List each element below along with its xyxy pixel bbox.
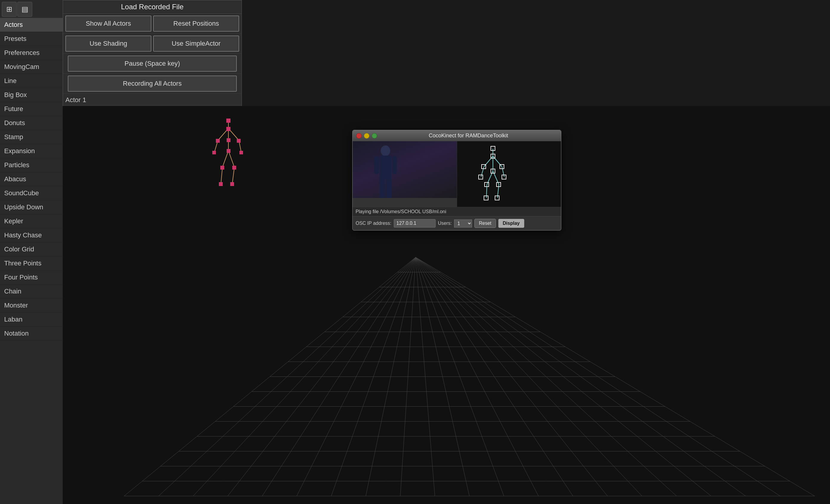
sidebar-item-donuts[interactable]: Donuts	[0, 116, 63, 130]
panel-row-recording: Recording All Actors	[63, 74, 242, 94]
panel-title: Load Recorded File	[63, 0, 242, 14]
users-select[interactable]: 1 2	[454, 219, 472, 227]
sidebar-item-colorgrid[interactable]: Color Grid	[0, 243, 63, 256]
svg-rect-21	[219, 182, 223, 186]
svg-rect-16	[237, 139, 241, 143]
maximize-traffic-light[interactable]	[372, 133, 377, 138]
sidebar-item-laban[interactable]: Laban	[0, 313, 63, 327]
svg-rect-18	[227, 149, 230, 153]
svg-rect-48	[484, 196, 488, 200]
svg-line-11	[232, 167, 234, 184]
minimize-traffic-light[interactable]	[364, 133, 369, 138]
svg-rect-19	[220, 166, 224, 169]
svg-rect-27	[374, 156, 379, 174]
svg-rect-20	[232, 166, 236, 169]
svg-line-32	[484, 156, 493, 167]
svg-line-10	[221, 167, 222, 184]
reset-positions-button[interactable]: Reset Positions	[153, 15, 239, 32]
coco-display-button[interactable]: Display	[498, 219, 524, 228]
coco-titlebar: CocoKinect for RAMDanceToolkit	[353, 130, 561, 141]
coco-skeleton	[475, 143, 511, 206]
svg-rect-29	[380, 179, 385, 200]
sidebar-item-preferences[interactable]: Preferences	[0, 46, 63, 60]
svg-rect-17	[227, 138, 230, 142]
coco-video-area	[353, 141, 561, 207]
svg-rect-30	[386, 179, 391, 200]
sidebar-item-movingcam[interactable]: MovingCam	[0, 60, 63, 74]
sidebar-item-notation[interactable]: Notation	[0, 327, 63, 341]
show-all-actors-button[interactable]: Show All Actors	[65, 15, 151, 32]
coco-status-bar: Playing file /Volumes/SCHOOL USB/ml.oni	[353, 207, 561, 216]
sidebar-icon-btn-1[interactable]: ⊞	[2, 2, 17, 17]
coco-video-right	[457, 141, 561, 207]
sidebar-item-line[interactable]: Line	[0, 74, 63, 88]
panel-row-shading-buttons: Use Shading Use SimpleActor	[63, 34, 242, 54]
close-traffic-light[interactable]	[356, 133, 361, 138]
video-bg	[353, 141, 457, 207]
sidebar-item-hastychase[interactable]: Hasty Chase	[0, 228, 63, 243]
sidebar-item-expansion[interactable]: Expansion	[0, 144, 63, 158]
coco-controls-bar: OSC IP address: Users: 1 2 Reset Display	[353, 216, 561, 230]
sidebar-item-presets[interactable]: Presets	[0, 32, 63, 46]
sidebar-item-upsidedown[interactable]: Upside Down	[0, 200, 63, 214]
svg-line-8	[222, 151, 228, 167]
coco-kinect-window: CocoKinect for RAMDanceToolkit	[352, 130, 561, 230]
svg-rect-23	[212, 151, 216, 154]
recording-all-button[interactable]: Recording All Actors	[68, 75, 237, 92]
actor-skeleton	[206, 118, 254, 195]
coco-window-title: CocoKinect for RAMDanceToolkit	[380, 132, 557, 139]
sidebar-item-soundcube[interactable]: SoundCube	[0, 186, 63, 200]
coco-reset-button[interactable]: Reset	[474, 219, 496, 228]
sidebar-item-bigbox[interactable]: Big Box	[0, 88, 63, 102]
sidebar-item-threepoints[interactable]: Three Points	[0, 256, 63, 271]
sidebar: ⊞ ▤ Actors Presets Preferences MovingCam…	[0, 0, 63, 504]
sidebar-item-kepler[interactable]: Kepler	[0, 214, 63, 228]
list-icon: ▤	[22, 5, 28, 13]
svg-rect-50	[479, 175, 483, 179]
sidebar-item-chain[interactable]: Chain	[0, 285, 63, 298]
person-silhouette	[371, 144, 401, 204]
viewport[interactable]: CocoKinect for RAMDanceToolkit	[63, 106, 830, 504]
svg-rect-3	[226, 119, 230, 123]
svg-rect-14	[226, 127, 230, 131]
sidebar-item-future[interactable]: Future	[0, 102, 63, 116]
skeleton-figure	[206, 118, 254, 196]
panel-row-pause: Pause (Space key)	[63, 54, 242, 74]
sidebar-nav: Actors Presets Preferences MovingCam Lin…	[0, 18, 63, 504]
sidebar-item-monster[interactable]: Monster	[0, 298, 63, 313]
sidebar-item-actors[interactable]: Actors	[0, 18, 63, 32]
svg-point-25	[381, 146, 390, 156]
use-simple-actor-button[interactable]: Use SimpleActor	[153, 35, 239, 52]
pause-button[interactable]: Pause (Space key)	[68, 56, 237, 72]
coco-video-left	[353, 141, 457, 207]
sidebar-item-fourpoints[interactable]: Four Points	[0, 271, 63, 285]
svg-rect-26	[380, 156, 391, 180]
osc-ip-label: OSC IP address:	[356, 221, 391, 226]
floor-element	[353, 198, 457, 207]
sidebar-icon-btn-2[interactable]: ▤	[17, 2, 32, 17]
actor-label: Actor 1	[63, 94, 242, 105]
sidebar-top-buttons: ⊞ ▤	[0, 0, 63, 18]
osc-ip-input[interactable]	[394, 219, 436, 227]
users-label: Users:	[438, 221, 452, 226]
sidebar-item-particles[interactable]: Particles	[0, 158, 63, 172]
sidebar-item-abacus[interactable]: Abacus	[0, 172, 63, 186]
svg-rect-22	[230, 182, 234, 186]
svg-rect-24	[240, 151, 243, 154]
svg-line-33	[493, 156, 502, 167]
svg-rect-28	[392, 156, 397, 174]
svg-line-9	[228, 151, 234, 167]
panel-row-main-buttons: Show All Actors Reset Positions	[63, 14, 242, 34]
svg-rect-49	[495, 196, 499, 200]
sidebar-item-stamp[interactable]: Stamp	[0, 130, 63, 144]
grid-icon: ⊞	[6, 5, 12, 13]
svg-rect-15	[216, 139, 220, 143]
use-shading-button[interactable]: Use Shading	[65, 35, 151, 52]
